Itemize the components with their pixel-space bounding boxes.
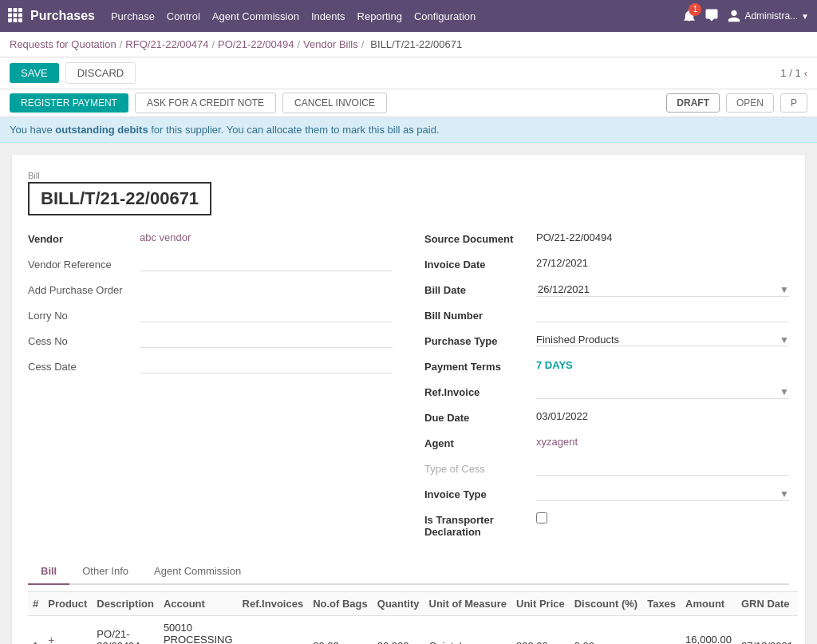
lorry-no-row: Lorry No bbox=[28, 308, 393, 329]
bc-rfq[interactable]: RFQ/21-22/00474 bbox=[125, 38, 208, 50]
agent-label: Agent bbox=[424, 436, 536, 449]
bc-requests[interactable]: Requests for Quotation bbox=[10, 38, 116, 50]
save-button[interactable]: SAVE bbox=[10, 63, 59, 83]
table-row: 1 + newrice PO/21-22/00494: newrice 5001… bbox=[28, 616, 798, 645]
ref-invoice-row: Ref.Invoice ▼ bbox=[424, 385, 789, 405]
payment-terms-label: Payment Terms bbox=[424, 359, 536, 373]
app-grid-icon[interactable] bbox=[8, 8, 22, 25]
invoice-date-value: 27/12/2021 bbox=[536, 257, 789, 269]
tab-bill[interactable]: Bill bbox=[28, 559, 69, 585]
invoice-type-input[interactable] bbox=[536, 487, 780, 500]
pagination: 1 / 1 ‹ bbox=[780, 67, 807, 79]
lorry-no-input[interactable] bbox=[140, 308, 393, 322]
invoice-type-select[interactable]: ▼ bbox=[536, 487, 789, 501]
notifications-icon[interactable]: 1 bbox=[682, 8, 697, 25]
agent-value[interactable]: xyzagent bbox=[536, 436, 789, 448]
source-doc-value: PO/21-22/00494 bbox=[536, 231, 789, 243]
agent-row: Agent xyzagent bbox=[424, 436, 789, 456]
vendor-row: Vendor abc vendor bbox=[28, 231, 393, 252]
col-hash: # bbox=[28, 592, 43, 616]
tab-agent-commission[interactable]: Agent Commission bbox=[141, 559, 254, 585]
type-of-cess-input[interactable] bbox=[536, 461, 789, 476]
vendor-ref-input[interactable] bbox=[140, 257, 393, 271]
ref-invoice-select[interactable]: ▼ bbox=[536, 385, 789, 399]
purchase-type-dropdown-icon[interactable]: ▼ bbox=[780, 334, 789, 346]
bill-number-input[interactable] bbox=[536, 308, 789, 322]
vendor-value[interactable]: abc vendor bbox=[140, 231, 393, 243]
bc-po[interactable]: PO/21-22/00494 bbox=[218, 38, 294, 50]
status-draft[interactable]: DRAFT bbox=[666, 93, 720, 113]
cancel-invoice-button[interactable]: CANCEL INVOICE bbox=[282, 93, 387, 113]
chat-icon[interactable] bbox=[705, 8, 719, 25]
row-unit-price: 800.00 bbox=[511, 616, 570, 645]
row-uom: Quintal bbox=[424, 616, 512, 645]
col-ref-invoices: Ref.Invoices bbox=[238, 592, 309, 616]
warning-bold: outstanding debits bbox=[55, 124, 148, 136]
cess-no-input[interactable] bbox=[140, 334, 393, 348]
row-grn-date: 27/12/2021 bbox=[736, 616, 798, 645]
nav-indents[interactable]: Indents bbox=[311, 10, 345, 22]
payment-terms-value[interactable]: 7 DAYS bbox=[536, 359, 789, 371]
cess-date-row: Cess Date bbox=[28, 359, 393, 380]
ref-invoice-input[interactable] bbox=[536, 385, 780, 398]
form-card: Bill BILL/T/21-22/00671 Vendor abc vendo… bbox=[12, 155, 805, 644]
svg-rect-6 bbox=[8, 18, 12, 22]
svg-rect-7 bbox=[14, 18, 18, 22]
status-paid[interactable]: P bbox=[780, 93, 807, 113]
col-uom: Unit of Measure bbox=[424, 592, 512, 616]
invoice-date-row: Invoice Date 27/12/2021 bbox=[424, 257, 789, 278]
pagination-text: 1 / 1 bbox=[780, 67, 800, 79]
col-description: Description bbox=[92, 592, 159, 616]
nav-purchase[interactable]: Purchase bbox=[111, 10, 155, 22]
bill-date-input[interactable]: 26/12/2021 bbox=[536, 282, 780, 296]
nav-configuration[interactable]: Configuration bbox=[414, 10, 476, 22]
row-description: PO/21-22/00494: newrice bbox=[92, 616, 159, 645]
notification-badge: 1 bbox=[689, 3, 701, 16]
row-discount: 0.00 bbox=[570, 616, 642, 645]
is-transporter-checkbox[interactable] bbox=[536, 512, 547, 523]
invoice-date-label: Invoice Date bbox=[424, 257, 536, 271]
prev-page-icon[interactable]: ‹ bbox=[804, 67, 807, 79]
purchase-type-select[interactable]: Finished Products ▼ bbox=[536, 334, 789, 346]
invoice-type-dropdown-icon[interactable]: ▼ bbox=[780, 488, 789, 500]
add-po-row: Add Purchase Order bbox=[28, 282, 393, 303]
cess-date-label: Cess Date bbox=[28, 359, 140, 373]
row-ref-invoices bbox=[238, 616, 309, 645]
warning-text-after: for this supplier. You can allocate them… bbox=[148, 124, 440, 136]
register-payment-button[interactable]: REGISTER PAYMENT bbox=[10, 93, 128, 113]
invoice-type-label: Invoice Type bbox=[424, 487, 536, 500]
col-taxes: Taxes bbox=[642, 592, 681, 616]
col-no-of-bags: No.of Bags bbox=[308, 592, 373, 616]
ref-invoice-label: Ref.Invoice bbox=[424, 385, 536, 398]
status-open[interactable]: OPEN bbox=[726, 93, 774, 113]
bc-current: BILL/T/21-22/00671 bbox=[370, 38, 462, 50]
is-transporter-label: Is Transporter Declaration bbox=[424, 512, 536, 538]
tab-other-info[interactable]: Other Info bbox=[69, 559, 141, 585]
add-line-icon[interactable]: + bbox=[48, 634, 54, 645]
breadcrumb: Requests for Quotation / RFQ/21-22/00474… bbox=[0, 32, 817, 57]
col-unit-price: Unit Price bbox=[511, 592, 570, 616]
bill-date-dropdown-icon[interactable]: ▼ bbox=[780, 284, 789, 295]
nav-reporting[interactable]: Reporting bbox=[357, 10, 402, 22]
cess-date-input[interactable] bbox=[140, 359, 393, 373]
nav-agent-commission[interactable]: Agent Commission bbox=[212, 10, 299, 22]
status-bar: REGISTER PAYMENT ASK FOR A CREDIT NOTE C… bbox=[0, 89, 817, 117]
vendor-label: Vendor bbox=[28, 231, 140, 245]
discard-button[interactable]: DISCARD bbox=[65, 62, 136, 84]
nav-control[interactable]: Control bbox=[167, 10, 200, 22]
action-bar: SAVE DISCARD 1 / 1 ‹ bbox=[0, 57, 817, 89]
user-dropdown-icon[interactable]: ▼ bbox=[801, 12, 809, 21]
bc-vendor-bills[interactable]: Vendor Bills bbox=[303, 38, 358, 50]
bill-date-select[interactable]: 26/12/2021 ▼ bbox=[536, 282, 789, 297]
svg-rect-8 bbox=[18, 18, 22, 22]
bill-number-display: BILL/T/21-22/00671 bbox=[28, 182, 211, 215]
user-avatar[interactable]: Administra... ▼ bbox=[727, 9, 809, 23]
ref-invoice-dropdown-icon[interactable]: ▼ bbox=[780, 386, 789, 397]
row-account: 50010 PROCESSING RICE PURCHASE bbox=[159, 616, 238, 645]
row-no-of-bags: 80.00 bbox=[308, 616, 373, 645]
lorry-no-label: Lorry No bbox=[28, 308, 140, 322]
row-num: 1 bbox=[28, 616, 43, 645]
row-product: + newrice bbox=[43, 616, 92, 645]
ask-credit-note-button[interactable]: ASK FOR A CREDIT NOTE bbox=[135, 93, 276, 113]
row-quantity: 20.000 bbox=[373, 616, 424, 645]
